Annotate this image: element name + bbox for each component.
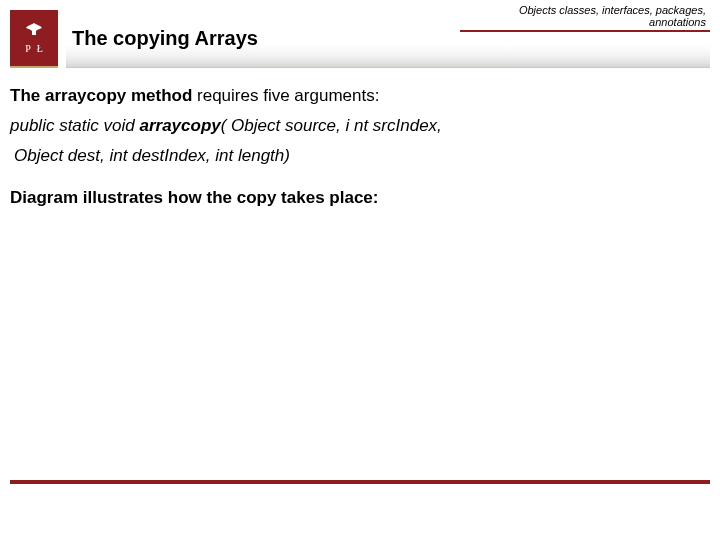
- institution-logo: P Ł: [10, 10, 58, 68]
- slide-header: P Ł The copying Arrays Objects classes, …: [0, 0, 720, 72]
- signature-line-2: Object dest, int destIndex, int length): [10, 146, 710, 166]
- intro-rest: requires five arguments:: [192, 86, 379, 105]
- footer-rule: [10, 480, 710, 484]
- slide-title: The copying Arrays: [72, 27, 258, 50]
- intro-line: The arraycopy method requires five argum…: [10, 86, 710, 106]
- slide-body: The arraycopy method requires five argum…: [0, 72, 720, 208]
- breadcrumb-line2: annotations: [519, 16, 706, 28]
- diagram-caption: Diagram illustrates how the copy takes p…: [10, 188, 710, 208]
- sig-prefix: public static void: [10, 116, 139, 135]
- slide: P Ł The copying Arrays Objects classes, …: [0, 0, 720, 540]
- eagle-icon: [24, 22, 44, 41]
- intro-bold: The arraycopy method: [10, 86, 192, 105]
- breadcrumb-line1: Objects classes, interfaces, packages,: [519, 4, 706, 16]
- sig-method-name: arraycopy: [139, 116, 220, 135]
- sig-params-1: ( Object source, i nt srcIndex,: [221, 116, 442, 135]
- breadcrumb-underline: [460, 30, 710, 32]
- breadcrumb: Objects classes, interfaces, packages, a…: [519, 4, 706, 28]
- logo-letter-left: P: [25, 43, 31, 54]
- signature-line-1: public static void arraycopy( Object sou…: [10, 116, 710, 136]
- logo-letter-right: Ł: [37, 43, 43, 54]
- logo-letters: P Ł: [25, 43, 43, 54]
